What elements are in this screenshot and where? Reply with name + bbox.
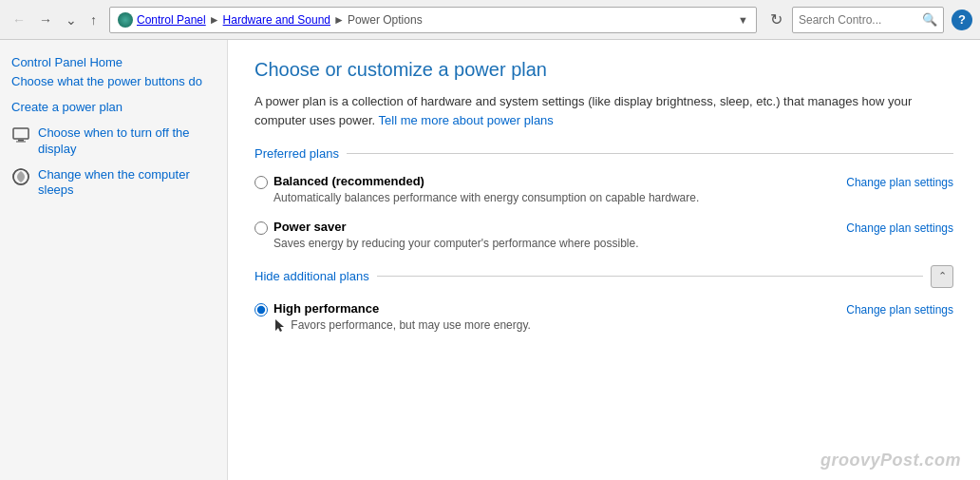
- plan-desc-balanced: Automatically balances performance with …: [273, 190, 831, 206]
- cursor-icon: [273, 317, 285, 333]
- plan-settings-link-power-saver[interactable]: Change plan settings: [846, 221, 953, 235]
- search-icon: 🔍: [922, 12, 937, 27]
- page-title: Choose or customize a power plan: [254, 59, 953, 81]
- svg-marker-5: [275, 319, 284, 332]
- address-bar: Control Panel ► Hardware and Sound ► Pow…: [109, 7, 757, 33]
- plan-desc-power-saver: Saves energy by reducing your computer's…: [273, 236, 831, 252]
- plan-info-power-saver: Power saver Saves energy by reducing you…: [273, 220, 831, 252]
- svg-rect-0: [13, 128, 28, 139]
- sleep-icon: [11, 167, 30, 186]
- preferred-plans-divider: [347, 153, 953, 154]
- breadcrumb-hardware-sound[interactable]: Hardware and Sound: [223, 13, 330, 27]
- sidebar-item-power-buttons[interactable]: Choose what the power buttons do: [11, 69, 216, 95]
- back-button[interactable]: ←: [8, 9, 30, 31]
- sidebar-nav: Choose what the power buttons do Create …: [11, 69, 216, 203]
- plan-name-high-performance: High performance: [273, 301, 831, 316]
- preferred-plans-header: Preferred plans: [254, 146, 953, 161]
- hide-additional-plans-section: Hide additional plans ⌃: [254, 265, 953, 288]
- up-button[interactable]: ↑: [85, 9, 102, 31]
- plan-radio-power-saver[interactable]: [254, 221, 268, 235]
- collapse-button[interactable]: ⌃: [931, 265, 953, 288]
- forward-button[interactable]: →: [34, 9, 57, 31]
- plan-option-power-saver: Power saver Saves energy by reducing you…: [254, 220, 953, 252]
- breadcrumb-current: Power Options: [348, 13, 423, 27]
- preferred-plans-label: Preferred plans: [254, 146, 339, 161]
- breadcrumb-control-panel[interactable]: Control Panel: [137, 13, 206, 27]
- recent-pages-button[interactable]: ⌄: [61, 9, 82, 31]
- plan-radio-high-performance[interactable]: [254, 303, 268, 317]
- svg-rect-2: [16, 141, 26, 142]
- main-container: Control Panel Home Choose what the power…: [0, 40, 980, 480]
- svg-rect-1: [18, 140, 24, 142]
- plan-option-high-performance: High performance Favors performance, but…: [254, 301, 953, 334]
- breadcrumb-sep-2: ►: [333, 13, 345, 27]
- sidebar-home-link[interactable]: Control Panel Home: [11, 55, 122, 69]
- search-box: 🔍: [792, 7, 944, 33]
- content-area: Choose or customize a power plan A power…: [228, 40, 980, 480]
- plan-desc-high-performance: Favors performance, but may use more ene…: [273, 317, 831, 334]
- sidebar-link-power-buttons: Choose what the power buttons do: [11, 74, 216, 90]
- sidebar-item-computer-sleeps[interactable]: Change when the computer sleeps: [11, 163, 216, 204]
- monitor-icon: [11, 125, 30, 144]
- plan-info-high-performance: High performance Favors performance, but…: [273, 301, 831, 334]
- address-dropdown-arrow[interactable]: ▼: [738, 14, 748, 26]
- watermark: groovyPost.com: [820, 451, 961, 470]
- globe-icon: [118, 12, 133, 28]
- titlebar: ← → ⌄ ↑ Control Panel ► Hardware and Sou…: [0, 0, 980, 40]
- sidebar: Control Panel Home Choose what the power…: [0, 40, 228, 480]
- sidebar-item-turn-off-display[interactable]: Choose when to turn off the display: [11, 121, 216, 163]
- sidebar-item-create-plan[interactable]: Create a power plan: [11, 95, 216, 121]
- plan-info-balanced: Balanced (recommended) Automatically bal…: [273, 174, 831, 206]
- learn-more-link[interactable]: Tell me more about power plans: [379, 113, 554, 127]
- plan-option-balanced: Balanced (recommended) Automatically bal…: [254, 174, 953, 206]
- refresh-button[interactable]: ↻: [764, 7, 788, 32]
- sidebar-link-computer-sleeps: Change when the computer sleeps: [38, 167, 216, 200]
- sidebar-link-create-plan: Create a power plan: [11, 100, 216, 116]
- sidebar-link-turn-off-display: Choose when to turn off the display: [38, 125, 216, 158]
- breadcrumb: Control Panel ► Hardware and Sound ► Pow…: [137, 13, 734, 27]
- plan-settings-link-high-performance[interactable]: Change plan settings: [846, 303, 953, 317]
- hide-additional-plans-label[interactable]: Hide additional plans: [254, 269, 369, 283]
- plan-radio-balanced[interactable]: [254, 176, 268, 189]
- hide-plans-divider: [377, 276, 923, 277]
- breadcrumb-sep-1: ►: [209, 13, 220, 27]
- plan-settings-link-balanced[interactable]: Change plan settings: [846, 176, 953, 189]
- plan-name-balanced: Balanced (recommended): [273, 174, 831, 188]
- plan-name-power-saver: Power saver: [273, 220, 831, 234]
- search-input[interactable]: [799, 13, 922, 27]
- page-description: A power plan is a collection of hardware…: [254, 92, 919, 129]
- help-button[interactable]: ?: [952, 10, 972, 30]
